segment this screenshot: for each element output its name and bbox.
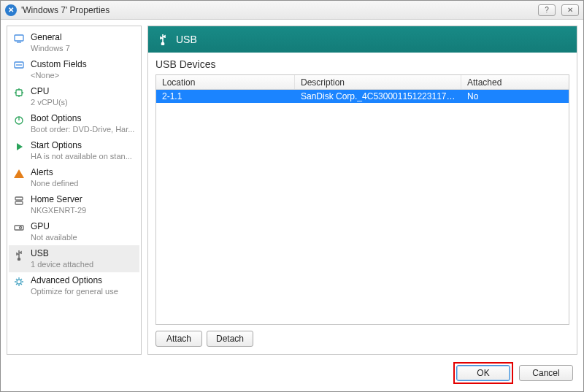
sidebar-item-cpu[interactable]: CPU 2 vCPU(s): [9, 83, 139, 110]
content-header: USB: [148, 26, 577, 53]
section-title: USB Devices: [155, 58, 569, 70]
sidebar-item-sub: 1 device attached: [31, 259, 135, 269]
titlebar: ✕ 'Windows 7' Properties ? ✕: [1, 1, 583, 20]
close-button[interactable]: ✕: [561, 4, 579, 16]
sidebar-item-sub: Boot order: DVD-Drive, Har...: [31, 124, 135, 134]
sidebar-item-sub: Not available: [31, 232, 135, 242]
table-actions: Attach Detach: [155, 329, 569, 347]
cell-attached: No: [461, 91, 569, 101]
sidebar-item-sub: Windows 7: [31, 43, 135, 53]
svg-marker-5: [14, 169, 24, 178]
sidebar-item-home-server[interactable]: Home Server NKGXENRT-29: [9, 191, 139, 218]
cell-location: 2-1.1: [156, 91, 295, 101]
content-panel: USB USB Devices Location Description Att…: [147, 26, 577, 355]
sidebar-item-advanced-options[interactable]: Advanced Options Optimize for general us…: [9, 272, 139, 299]
column-header-description[interactable]: Description: [295, 75, 461, 89]
content-title: USB: [176, 34, 197, 45]
svg-rect-7: [15, 201, 23, 204]
sidebar-item-sub: NKGXENRT-29: [31, 205, 135, 215]
svg-rect-2: [16, 90, 22, 96]
usb-icon: [157, 34, 169, 45]
sidebar-item-custom-fields[interactable]: Custom Fields <None>: [9, 56, 139, 83]
svg-point-11: [17, 280, 21, 284]
usb-icon: [13, 249, 25, 261]
sidebar-item-sub: Optimize for general use: [31, 286, 135, 296]
svg-rect-0: [15, 35, 23, 41]
table-header: Location Description Attached: [156, 75, 569, 90]
sidebar: General Windows 7 Custom Fields <None>: [7, 26, 142, 355]
sidebar-item-sub: HA is not available on stan...: [31, 151, 135, 161]
dialog-body: General Windows 7 Custom Fields <None>: [1, 20, 583, 391]
sidebar-item-label: GPU: [31, 221, 135, 232]
cell-description: SanDisk Corp._4C530001151223117134: [295, 91, 461, 101]
table-body: 2-1.1 SanDisk Corp._4C530001151223117134…: [156, 90, 569, 324]
table-row[interactable]: 2-1.1 SanDisk Corp._4C530001151223117134…: [156, 90, 569, 103]
cancel-button[interactable]: Cancel: [519, 365, 573, 381]
column-header-location[interactable]: Location: [156, 75, 295, 89]
sidebar-item-general[interactable]: General Windows 7: [9, 29, 139, 56]
properties-dialog: ✕ 'Windows 7' Properties ? ✕ General Win…: [0, 0, 584, 392]
svg-point-9: [20, 227, 22, 229]
window-title: 'Windows 7' Properties: [21, 5, 532, 15]
attach-button[interactable]: Attach: [155, 331, 202, 347]
sidebar-item-label: USB: [31, 248, 135, 259]
svg-point-10: [18, 258, 20, 261]
svg-point-12: [161, 42, 164, 45]
sidebar-item-boot-options[interactable]: Boot Options Boot order: DVD-Drive, Har.…: [9, 110, 139, 137]
sidebar-item-usb[interactable]: USB 1 device attached: [9, 245, 139, 272]
ok-highlight-box: OK: [453, 362, 513, 384]
gpu-icon: [13, 222, 25, 234]
play-icon: [13, 141, 25, 153]
sidebar-item-label: CPU: [31, 86, 135, 97]
column-header-attached[interactable]: Attached: [461, 75, 569, 89]
detach-button[interactable]: Detach: [207, 331, 253, 347]
sidebar-item-alerts[interactable]: Alerts None defined: [9, 164, 139, 191]
tag-icon: [13, 60, 25, 72]
main-area: General Windows 7 Custom Fields <None>: [7, 26, 577, 355]
dialog-footer: OK Cancel: [7, 361, 577, 385]
sidebar-item-sub: <None>: [31, 70, 135, 80]
sidebar-item-label: Boot Options: [31, 113, 135, 124]
sidebar-item-start-options[interactable]: Start Options HA is not available on sta…: [9, 137, 139, 164]
sidebar-item-label: Advanced Options: [31, 275, 135, 286]
sidebar-item-label: Custom Fields: [31, 59, 135, 70]
sidebar-item-label: Start Options: [31, 140, 135, 151]
power-icon: [13, 114, 25, 126]
sidebar-item-sub: None defined: [31, 178, 135, 188]
gear-icon: [13, 276, 25, 288]
sidebar-item-label: General: [31, 32, 135, 43]
content-body: USB Devices Location Description Attache…: [148, 53, 577, 354]
alert-icon: [13, 168, 25, 180]
usb-devices-table: Location Description Attached 2-1.1 SanD…: [155, 74, 569, 325]
app-icon: ✕: [5, 4, 17, 16]
sidebar-item-label: Home Server: [31, 194, 135, 205]
help-button[interactable]: ?: [538, 4, 556, 16]
svg-rect-6: [15, 197, 23, 200]
svg-marker-4: [17, 143, 23, 150]
sidebar-item-gpu[interactable]: GPU Not available: [9, 218, 139, 245]
sidebar-item-label: Alerts: [31, 167, 135, 178]
sidebar-item-sub: 2 vCPU(s): [31, 97, 135, 107]
monitor-icon: [13, 33, 25, 45]
server-icon: [13, 195, 25, 207]
ok-button[interactable]: OK: [456, 365, 510, 381]
cpu-icon: [13, 87, 25, 99]
